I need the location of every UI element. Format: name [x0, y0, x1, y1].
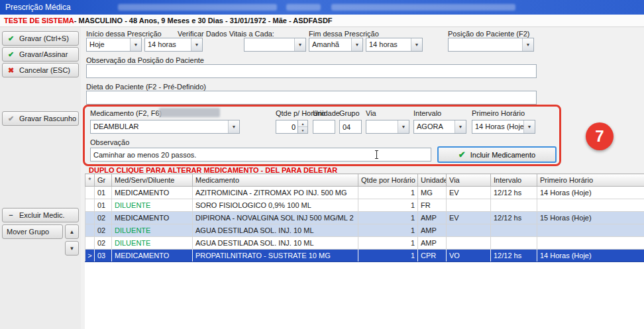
- chevron-down-icon[interactable]: ▼: [455, 120, 466, 133]
- unidade-input[interactable]: [313, 120, 335, 134]
- cell-tipo: DILUENTE: [112, 237, 193, 250]
- cell-intervalo: 12/12 hs: [491, 212, 537, 224]
- spinner-up-icon[interactable]: ▲: [298, 120, 307, 127]
- check-icon: ✔: [7, 50, 15, 59]
- move-group-button[interactable]: Mover Grupo: [2, 224, 63, 239]
- cell-via: EV: [447, 212, 491, 224]
- verificar-select[interactable]: ▼: [244, 38, 306, 52]
- cell-tipo: MEDICAMENTO: [112, 187, 193, 199]
- fim-date-select[interactable]: Amanhã ▼: [309, 38, 363, 52]
- cancel-button[interactable]: ✖ Cancelar (ESC): [2, 63, 79, 77]
- move-group-down-button[interactable]: ▼: [65, 241, 79, 256]
- cell-medicamento: DIPIRONA - NOVALGINA SOL INJ 500 MG/ML 2: [193, 212, 358, 224]
- cell-tipo: MEDICAMENTO: [112, 212, 193, 224]
- unidade-label: Unidade: [313, 109, 340, 117]
- combo-value: Hoje: [87, 38, 130, 51]
- column-header-qtde[interactable]: Qtde por Horário: [358, 174, 418, 187]
- posicao-label: Posição do Paciente (F2): [448, 30, 530, 38]
- cell-medicamento: AGUA DESTILADA SOL. INJ. 10 ML: [193, 224, 358, 237]
- x-icon: ✖: [7, 66, 15, 75]
- grupo-label: Grupo: [339, 109, 360, 117]
- chevron-down-icon[interactable]: ▼: [522, 38, 533, 51]
- primeiro-horario-select[interactable]: 14 Horas (Hoje) ▼: [472, 120, 535, 134]
- cell-medicamento: AGUA DESTILADA SOL. INJ. 10 ML: [193, 237, 358, 250]
- cell-tipo: DILUENTE: [112, 224, 193, 237]
- medication-entry-highlight: Medicamento (F2, F6) DEAMBULAR ▼ Qtde p/…: [83, 105, 561, 166]
- column-header-unidade[interactable]: Unidade: [418, 174, 447, 187]
- minus-icon: −: [7, 211, 15, 219]
- verificar-label: Verificar Dados Vitais a Cada:: [178, 30, 274, 38]
- intervalo-select[interactable]: AGORA ▼: [413, 120, 466, 134]
- cell-primeiro: 14 Horas (Hoje): [537, 187, 644, 199]
- patient-name: TESTE DE SISTEMA: [4, 17, 74, 24]
- save-button[interactable]: ✔ Gravar (Ctrl+S): [2, 31, 79, 46]
- cell-intervalo: [491, 224, 537, 237]
- column-header-via[interactable]: Via: [447, 174, 491, 187]
- grupo-input[interactable]: [339, 120, 362, 134]
- column-header-gr[interactable]: Gr: [95, 174, 112, 187]
- inicio-time-select[interactable]: 14 horas ▼: [144, 38, 203, 52]
- chevron-down-icon[interactable]: ▼: [411, 38, 422, 51]
- cell-intervalo: [491, 237, 537, 250]
- cell-tipo: DILUENTE: [112, 199, 193, 212]
- cell-qtde: 1: [358, 187, 418, 199]
- chevron-down-icon[interactable]: ▼: [228, 120, 239, 133]
- indicator-column-header: *: [85, 174, 95, 187]
- delete-medication-button[interactable]: − Excluir Medic.: [2, 208, 79, 222]
- table-row[interactable]: 01 MEDICAMENTO AZITROMICINA - ZITROMAX P…: [85, 187, 644, 199]
- cell-primeiro: [537, 237, 644, 250]
- cell-primeiro: [537, 224, 644, 237]
- table-row[interactable]: > 03 MEDICAMENTO PROPATILNITRATO - SUSTR…: [85, 250, 644, 262]
- table-row[interactable]: 01 DILUENTE SORO FISIOLOGICO 0,9% 100 ML…: [85, 199, 644, 212]
- add-medication-button-label: Incluir Medicamento: [470, 151, 535, 159]
- fim-time-select[interactable]: 14 horas ▼: [366, 38, 423, 52]
- row-indicator: [85, 237, 95, 250]
- move-group-up-button[interactable]: ▲: [65, 224, 79, 239]
- chevron-down-icon[interactable]: ▼: [351, 38, 362, 51]
- arrow-down-icon: ▼: [70, 246, 75, 252]
- redacted-text: [159, 108, 220, 117]
- row-indicator: [85, 199, 95, 212]
- qtde-input[interactable]: [276, 120, 297, 134]
- chevron-down-icon[interactable]: ▼: [523, 120, 535, 133]
- posicao-select[interactable]: ▼: [448, 38, 534, 52]
- table-row[interactable]: 02 MEDICAMENTO DIPIRONA - NOVALGINA SOL …: [85, 212, 644, 224]
- cell-unidade: AMP: [418, 212, 447, 224]
- chevron-down-icon[interactable]: ▼: [398, 120, 409, 133]
- redacted-title-text: [118, 4, 277, 11]
- save-sign-button[interactable]: ✔ Gravar/Assinar: [2, 47, 79, 62]
- medicamento-label: Medicamento (F2, F6): [90, 109, 162, 117]
- delete-medication-button-label: Excluir Medic.: [19, 211, 64, 219]
- column-header-primeiro[interactable]: Primeiro Horário: [537, 174, 644, 187]
- spinner-down-icon[interactable]: ▼: [298, 127, 307, 133]
- combo-value: 14 Horas (Hoje): [472, 120, 523, 133]
- cell-gr: 02: [95, 224, 112, 237]
- chevron-down-icon[interactable]: ▼: [191, 38, 202, 51]
- table-row[interactable]: 02 DILUENTE AGUA DESTILADA SOL. INJ. 10 …: [85, 237, 644, 250]
- obs-posicao-input[interactable]: [86, 64, 537, 78]
- chevron-down-icon[interactable]: ▼: [130, 38, 141, 51]
- check-icon: ✔: [458, 150, 466, 160]
- column-header-tipo[interactable]: Med/Serv/Diluente: [112, 174, 193, 187]
- table-row[interactable]: 02 DILUENTE AGUA DESTILADA SOL. INJ. 10 …: [85, 224, 644, 237]
- column-header-intervalo[interactable]: Intervalo: [491, 174, 537, 187]
- primeiro-horario-label: Primeiro Horário: [472, 109, 525, 117]
- cell-qtde: 1: [358, 199, 418, 212]
- annotation-badge: 7: [586, 122, 614, 150]
- combo-value: 14 horas: [366, 38, 411, 51]
- save-draft-button[interactable]: ✔ Gravar Rascunho: [2, 111, 79, 126]
- via-select[interactable]: ▼: [366, 120, 409, 134]
- combo-value: [244, 38, 294, 51]
- cell-via: VO: [447, 250, 491, 262]
- inicio-date-select[interactable]: Hoje ▼: [86, 38, 142, 52]
- chevron-down-icon[interactable]: ▼: [294, 38, 305, 51]
- check-icon: ✔: [7, 34, 15, 43]
- cell-qtde: 1: [358, 224, 418, 237]
- add-medication-button[interactable]: ✔ Incluir Medicamento: [437, 146, 557, 163]
- dieta-input[interactable]: [86, 91, 537, 105]
- cell-primeiro: [537, 199, 644, 212]
- medicamento-select[interactable]: DEAMBULAR ▼: [90, 120, 240, 134]
- quantity-stepper[interactable]: ▲ ▼: [276, 120, 309, 134]
- column-header-medicamento[interactable]: Medicamento: [193, 174, 358, 187]
- observacao-input[interactable]: [90, 148, 431, 162]
